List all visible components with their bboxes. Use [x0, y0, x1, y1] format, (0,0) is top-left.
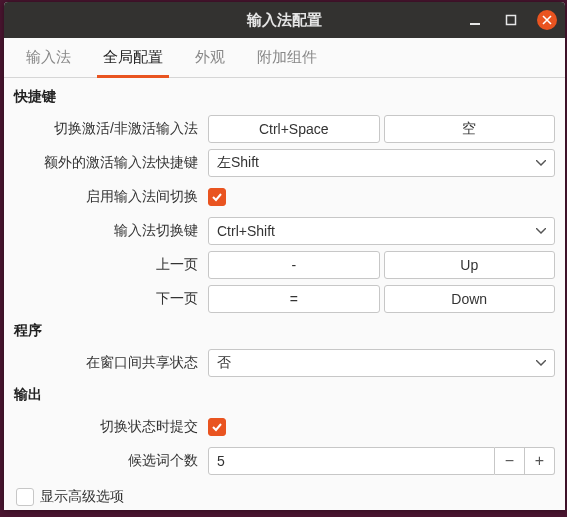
section-output-header: 输出	[14, 386, 555, 404]
close-button[interactable]	[537, 10, 557, 30]
tab-addons[interactable]: 附加组件	[241, 38, 333, 77]
maximize-button[interactable]	[501, 10, 521, 30]
tab-bar: 输入法 全局配置 外观 附加组件	[4, 38, 565, 78]
titlebar: 输入法配置	[4, 2, 565, 38]
content-area: 快捷键 切换激活/非激活输入法 Ctrl+Space 空 额外的激活输入法快捷键…	[4, 78, 565, 510]
tab-global-config[interactable]: 全局配置	[87, 38, 179, 77]
section-program-header: 程序	[14, 322, 555, 340]
enable-switch-checkbox[interactable]	[208, 188, 226, 206]
chevron-down-icon	[536, 360, 546, 366]
chevron-down-icon	[536, 160, 546, 166]
candidate-count-input[interactable]: 5	[208, 447, 495, 475]
next-page-key1-button[interactable]: =	[208, 285, 380, 313]
candidate-count-increment[interactable]: +	[525, 447, 555, 475]
label-enable-switch: 启用输入法间切换	[14, 188, 202, 206]
label-toggle-activate: 切换激活/非激活输入法	[14, 120, 202, 138]
candidate-count-decrement[interactable]: −	[495, 447, 525, 475]
prev-page-key1-button[interactable]: -	[208, 251, 380, 279]
toggle-activate-key2-button[interactable]: 空	[384, 115, 556, 143]
svg-rect-1	[507, 16, 516, 25]
row-extra-activate: 额外的激活输入法快捷键 左Shift	[14, 146, 555, 180]
footer-row: 显示高级选项	[14, 488, 555, 506]
label-candidate-count: 候选词个数	[14, 452, 202, 470]
commit-on-switch-checkbox[interactable]	[208, 418, 226, 436]
prev-page-key2-button[interactable]: Up	[384, 251, 556, 279]
section-hotkey-header: 快捷键	[14, 88, 555, 106]
row-commit-on-switch: 切换状态时提交	[14, 410, 555, 444]
share-state-combo[interactable]: 否	[208, 349, 555, 377]
svg-rect-0	[470, 23, 480, 25]
row-switch-key: 输入法切换键 Ctrl+Shift	[14, 214, 555, 248]
row-share-state: 在窗口间共享状态 否	[14, 346, 555, 380]
next-page-key2-button[interactable]: Down	[384, 285, 556, 313]
minimize-button[interactable]	[465, 10, 485, 30]
label-extra-activate: 额外的激活输入法快捷键	[14, 154, 202, 172]
row-prev-page: 上一页 - Up	[14, 248, 555, 282]
switch-key-combo[interactable]: Ctrl+Shift	[208, 217, 555, 245]
label-commit-on-switch: 切换状态时提交	[14, 418, 202, 436]
show-advanced-checkbox[interactable]	[16, 488, 34, 506]
row-next-page: 下一页 = Down	[14, 282, 555, 316]
label-show-advanced: 显示高级选项	[40, 488, 124, 506]
toggle-activate-key1-button[interactable]: Ctrl+Space	[208, 115, 380, 143]
row-enable-switch: 启用输入法间切换	[14, 180, 555, 214]
label-prev-page: 上一页	[14, 256, 202, 274]
row-candidate-count: 候选词个数 5 − +	[14, 444, 555, 478]
tab-appearance[interactable]: 外观	[179, 38, 241, 77]
config-window: 输入法配置 输入法 全局配置 外观 附加组件 快捷键 切换激活/非激活输入法 C…	[4, 2, 565, 510]
label-switch-key: 输入法切换键	[14, 222, 202, 240]
chevron-down-icon	[536, 228, 546, 234]
extra-activate-combo[interactable]: 左Shift	[208, 149, 555, 177]
label-next-page: 下一页	[14, 290, 202, 308]
window-controls	[465, 2, 557, 38]
label-share-state: 在窗口间共享状态	[14, 354, 202, 372]
tab-input-method[interactable]: 输入法	[10, 38, 87, 77]
row-toggle-activate: 切换激活/非激活输入法 Ctrl+Space 空	[14, 112, 555, 146]
